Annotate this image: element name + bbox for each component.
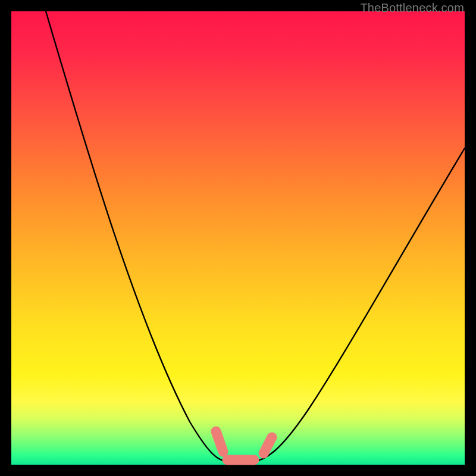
chart-frame: TheBottleneck.com [0,0,476,476]
trough-markers [216,431,272,460]
marker-1 [216,431,223,452]
chart-overlay [11,11,465,465]
bottleneck-curve [46,11,465,461]
marker-3 [264,437,272,453]
watermark-text: TheBottleneck.com [360,1,464,15]
